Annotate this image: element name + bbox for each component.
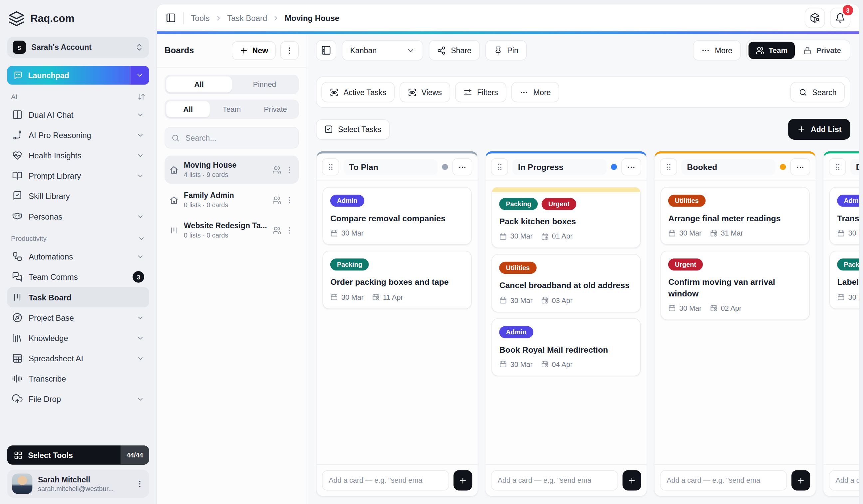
boards-menu-button[interactable] (280, 41, 299, 60)
package-search-icon (810, 13, 820, 23)
sidebar-item-automations[interactable]: Automations (7, 246, 149, 267)
kebab-icon[interactable] (285, 226, 294, 234)
user-card[interactable]: Sarah Mitchell sarah.mitchell@westbur... (7, 470, 149, 498)
chevron-down-icon (137, 334, 144, 342)
more-label: More (715, 46, 733, 54)
package-search-button[interactable] (805, 8, 825, 28)
chevron-down-icon (137, 395, 144, 403)
visibility-private[interactable]: Private (796, 42, 848, 59)
notifications-button[interactable]: 3 (830, 8, 850, 28)
chevrons-up-down-icon (135, 43, 143, 52)
tab-private[interactable]: Private (254, 101, 297, 117)
sidebar-item-health-insights[interactable]: Health Insights (7, 145, 149, 165)
filters-button[interactable]: Filters (455, 82, 506, 102)
select-tools-button[interactable]: Select Tools 44/44 (7, 445, 149, 465)
add-card-input[interactable] (829, 470, 859, 490)
launchpad-button[interactable]: Launchpad (7, 66, 149, 85)
board-item-moving-house[interactable]: Moving House 4 lists · 9 cards (164, 156, 299, 184)
pin-button[interactable]: Pin (485, 40, 526, 61)
sidebar-item-skill-library[interactable]: Skill Library (7, 186, 149, 206)
task-card[interactable]: Packing Order packing boxes and tape 30 … (323, 251, 472, 309)
kebab-icon (285, 46, 294, 55)
collapse-panel-button[interactable] (316, 40, 336, 61)
more-button[interactable]: More (693, 40, 741, 61)
visibility-team[interactable]: Team (749, 42, 795, 59)
launchpad-expand[interactable] (130, 66, 149, 85)
task-card[interactable]: Packing Label stor 30 Mar (829, 251, 859, 309)
boards-header: Boards New (164, 41, 299, 60)
add-card-input[interactable] (322, 470, 449, 490)
task-card[interactable]: Urgent Confirm moving van arrival window… (661, 251, 810, 320)
search-button[interactable]: Search (790, 82, 845, 102)
sidebar-item-spreadsheet-ai[interactable]: Spreadsheet AI (7, 348, 149, 368)
share-button[interactable]: Share (429, 40, 480, 61)
tab-all2[interactable]: All (166, 101, 210, 117)
column-menu-button[interactable] (622, 158, 641, 175)
sidebar-item-task-board[interactable]: Task Board (7, 287, 149, 307)
sort-arrows-icon[interactable] (138, 93, 145, 101)
kebab-icon[interactable] (285, 196, 294, 204)
add-list-button[interactable]: Add List (788, 119, 850, 140)
panel-left-icon[interactable] (166, 13, 176, 23)
sidebar-item-transcribe[interactable]: Transcribe (7, 369, 149, 389)
views-button[interactable]: Views (400, 82, 450, 102)
calendar-icon (499, 360, 507, 368)
tab-all[interactable]: All (166, 77, 232, 92)
breadcrumb-task-board[interactable]: Task Board (227, 14, 267, 22)
breadcrumb: Tools Task Board Moving House (191, 14, 339, 22)
column-title[interactable]: To Plan (343, 159, 438, 175)
column-in-progress: In Progress Packing Urgent (485, 151, 648, 497)
sidebar-item-file-drop[interactable]: File Drop (7, 389, 149, 409)
sidebar-item-ai-pro-reasoning[interactable]: AI Pro Reasoning (7, 125, 149, 145)
account-switcher[interactable]: s Sarah's Account (7, 37, 149, 58)
sidebar-item-dual-ai-chat[interactable]: Dual AI Chat (7, 104, 149, 125)
ellipsis-icon (458, 162, 467, 171)
add-card-button[interactable] (453, 470, 472, 490)
task-card[interactable]: Utilities Arrange final meter readings 3… (661, 187, 810, 245)
launchpad-label: Launchpad (28, 71, 69, 79)
add-card-button[interactable] (791, 470, 810, 490)
sidebar-item-team-comms[interactable]: Team Comms 3 (7, 267, 149, 287)
kebab-icon[interactable] (136, 479, 144, 488)
column-title[interactable]: Booked (681, 159, 776, 175)
sidebar-item-label: Automations (29, 252, 73, 261)
new-board-button[interactable]: New (232, 41, 276, 60)
breadcrumb-tools[interactable]: Tools (191, 14, 210, 22)
drag-handle[interactable] (322, 158, 339, 175)
sidebar-item-prompt-library[interactable]: Prompt Library (7, 166, 149, 186)
task-card[interactable]: Packing Urgent Pack kitchen boxes 30 Mar… (491, 187, 641, 248)
sidebar-item-personas[interactable]: Personas (7, 206, 149, 227)
tab-pinned[interactable]: Pinned (232, 77, 297, 92)
sidebar-item-project-base[interactable]: Project Base (7, 307, 149, 328)
add-card-input[interactable] (491, 470, 618, 490)
drag-handle[interactable] (660, 158, 677, 175)
views-label: Views (422, 88, 442, 96)
column-menu-button[interactable] (452, 158, 473, 175)
drag-handle[interactable] (829, 158, 846, 175)
add-card-button[interactable] (623, 470, 641, 490)
column-title[interactable]: In Progress (512, 159, 606, 175)
sidebar-item-knowledge[interactable]: Knowledge (7, 328, 149, 348)
view-select[interactable]: Kanban (342, 40, 424, 61)
task-card[interactable]: Admin Book Royal Mail redirection 30 Mar… (491, 318, 641, 376)
select-tasks-button[interactable]: Select Tasks (316, 119, 389, 139)
add-card-input[interactable] (660, 470, 787, 490)
column-title[interactable]: Done (850, 159, 859, 175)
board-item-website-redesign[interactable]: Website Redesign Ta... 0 lists · 0 cards (164, 216, 299, 244)
task-card[interactable]: Utilities Cancel broadband at old addres… (491, 254, 641, 312)
tab-team[interactable]: Team (210, 101, 253, 117)
task-card[interactable]: Admin Compare removal companies 30 Mar (323, 187, 472, 245)
user-name: Sarah Mitchell (38, 475, 130, 483)
card-labels: Urgent (668, 258, 802, 270)
boards-search-input[interactable] (185, 133, 292, 143)
filters-more-button[interactable]: More (511, 82, 559, 102)
chevron-down-icon (137, 354, 144, 362)
status-dot (780, 164, 786, 170)
active-tasks-button[interactable]: Active Tasks (322, 82, 395, 102)
task-card[interactable]: Admin Transfer c 30 Mar (829, 187, 859, 245)
drag-handle[interactable] (491, 158, 508, 175)
kebab-icon[interactable] (285, 165, 294, 174)
chevron-down-icon[interactable] (138, 235, 145, 243)
board-item-family-admin[interactable]: Family Admin 0 lists · 0 cards (164, 186, 299, 214)
column-menu-button[interactable] (790, 158, 810, 175)
